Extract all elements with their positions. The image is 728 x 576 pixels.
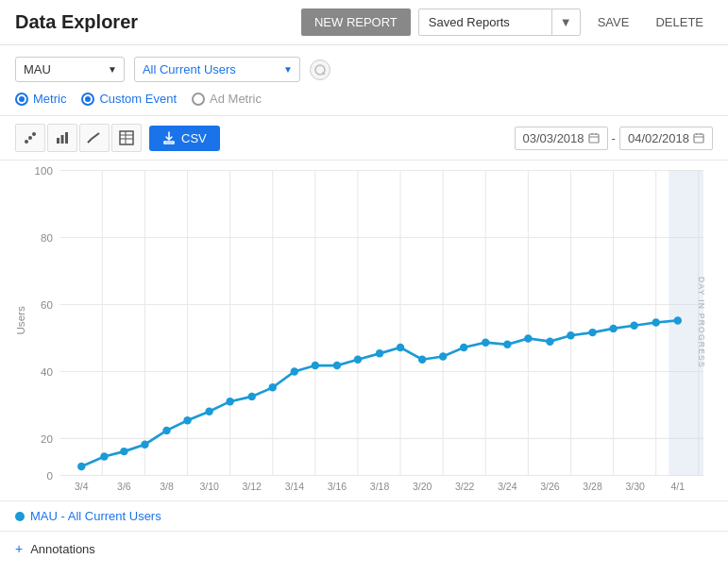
svg-text:0: 0 bbox=[46, 470, 52, 482]
svg-text:3/14: 3/14 bbox=[285, 481, 305, 492]
users-select-wrapper: All Current Users New Users ▼ bbox=[134, 57, 300, 82]
svg-point-74 bbox=[269, 383, 277, 391]
svg-point-88 bbox=[567, 331, 574, 339]
svg-point-71 bbox=[205, 408, 212, 415]
svg-text:3/8: 3/8 bbox=[160, 481, 174, 492]
svg-rect-7 bbox=[65, 132, 68, 144]
download-icon bbox=[162, 131, 176, 144]
svg-text:3/4: 3/4 bbox=[75, 481, 89, 492]
calendar-end-icon bbox=[693, 132, 704, 144]
svg-text:DAY IN PROGRESS: DAY IN PROGRESS bbox=[697, 277, 706, 368]
header-actions: NEW REPORT Saved Reports ▼ SAVE DELETE bbox=[301, 8, 713, 36]
chart-bar-button[interactable] bbox=[47, 124, 77, 152]
ad-metric-radio-label: Ad Metric bbox=[210, 92, 262, 106]
header: Data Explorer NEW REPORT Saved Reports ▼… bbox=[0, 0, 728, 45]
users-select[interactable]: All Current Users New Users bbox=[135, 58, 277, 81]
date-start-field[interactable]: 03/03/2018 bbox=[515, 127, 608, 150]
svg-point-77 bbox=[333, 362, 341, 369]
chart-line-button[interactable] bbox=[79, 124, 110, 152]
metric-radio[interactable]: Metric bbox=[15, 92, 66, 106]
svg-text:3/22: 3/22 bbox=[455, 481, 475, 492]
annotations-bar[interactable]: + Annotations bbox=[0, 531, 728, 566]
svg-point-78 bbox=[354, 355, 362, 363]
svg-point-80 bbox=[397, 344, 404, 351]
svg-text:3/16: 3/16 bbox=[328, 481, 347, 492]
ad-metric-radio[interactable]: Ad Metric bbox=[192, 92, 262, 106]
svg-text:3/24: 3/24 bbox=[498, 481, 517, 492]
users-select-chevron-icon: ▼ bbox=[277, 59, 299, 79]
delete-button[interactable]: DELETE bbox=[646, 8, 713, 36]
svg-point-66 bbox=[100, 452, 108, 460]
filter-circle-button[interactable] bbox=[310, 59, 330, 80]
chart-legend: MAU - All Current Users bbox=[0, 500, 728, 531]
svg-point-69 bbox=[162, 427, 170, 434]
svg-point-75 bbox=[291, 367, 298, 375]
svg-point-87 bbox=[546, 337, 553, 345]
metric-radio-label: Metric bbox=[33, 92, 66, 106]
csv-download-button[interactable]: CSV bbox=[149, 126, 220, 151]
svg-point-2 bbox=[25, 140, 28, 144]
saved-reports-select[interactable]: Saved Reports bbox=[419, 9, 551, 35]
toolbar-row: MAU DAU WAU ▼ All Current Users New User… bbox=[0, 45, 728, 82]
svg-text:3/26: 3/26 bbox=[540, 481, 560, 492]
svg-text:3/20: 3/20 bbox=[413, 481, 432, 492]
svg-point-76 bbox=[312, 362, 319, 369]
custom-event-radio-label: Custom Event bbox=[99, 92, 177, 106]
metric-select-wrapper: MAU DAU WAU ▼ bbox=[15, 57, 125, 82]
svg-rect-12 bbox=[589, 134, 599, 143]
svg-point-79 bbox=[376, 349, 383, 357]
date-separator: - bbox=[612, 131, 616, 145]
svg-text:100: 100 bbox=[35, 165, 53, 177]
save-button[interactable]: SAVE bbox=[588, 8, 639, 36]
svg-point-83 bbox=[460, 344, 467, 351]
metric-radio-dot bbox=[15, 93, 28, 106]
svg-point-93 bbox=[674, 316, 682, 324]
svg-point-82 bbox=[439, 352, 447, 360]
legend-color-dot bbox=[15, 512, 25, 521]
svg-rect-5 bbox=[57, 138, 59, 144]
app-container: Data Explorer NEW REPORT Saved Reports ▼… bbox=[0, 0, 728, 576]
annotations-plus-icon: + bbox=[15, 541, 23, 556]
date-end-field[interactable]: 04/02/2018 bbox=[619, 127, 713, 150]
svg-point-68 bbox=[141, 440, 148, 448]
svg-text:20: 20 bbox=[41, 433, 53, 445]
chart-svg: 100 80 60 40 20 0 Users 3/4 3/6 3/8 3/10… bbox=[15, 161, 728, 500]
svg-text:3/30: 3/30 bbox=[625, 481, 645, 492]
page-title: Data Explorer bbox=[15, 11, 301, 33]
saved-reports-wrapper: Saved Reports ▼ bbox=[418, 8, 581, 36]
svg-rect-16 bbox=[694, 134, 703, 143]
saved-reports-chevron-icon[interactable]: ▼ bbox=[551, 9, 580, 35]
date-range: 03/03/2018 - 04/02/2018 bbox=[515, 127, 714, 150]
svg-text:3/6: 3/6 bbox=[117, 481, 131, 492]
date-end-value: 04/02/2018 bbox=[628, 131, 689, 145]
svg-text:80: 80 bbox=[41, 232, 53, 244]
svg-point-92 bbox=[652, 318, 659, 326]
svg-text:4/1: 4/1 bbox=[670, 481, 685, 492]
chart-scatter-button[interactable] bbox=[15, 124, 45, 152]
svg-text:3/10: 3/10 bbox=[199, 481, 219, 492]
svg-point-90 bbox=[609, 325, 617, 332]
svg-rect-6 bbox=[61, 135, 64, 144]
svg-point-85 bbox=[503, 341, 511, 348]
metric-select[interactable]: MAU DAU WAU bbox=[16, 58, 101, 81]
annotations-label: Annotations bbox=[30, 542, 95, 556]
chart-toolbar: CSV 03/03/2018 - 04/02/2018 bbox=[0, 115, 728, 161]
svg-point-65 bbox=[77, 463, 85, 470]
svg-point-3 bbox=[28, 136, 32, 140]
svg-text:Users: Users bbox=[16, 306, 27, 335]
ad-metric-radio-dot bbox=[192, 93, 205, 106]
csv-label: CSV bbox=[181, 131, 207, 145]
svg-text:60: 60 bbox=[41, 299, 53, 311]
new-report-button[interactable]: NEW REPORT bbox=[301, 8, 411, 36]
svg-text:3/18: 3/18 bbox=[370, 481, 390, 492]
svg-text:3/12: 3/12 bbox=[243, 481, 262, 492]
svg-point-89 bbox=[588, 329, 596, 336]
custom-event-radio[interactable]: Custom Event bbox=[81, 92, 177, 106]
legend-label: MAU - All Current Users bbox=[30, 509, 161, 523]
svg-point-91 bbox=[630, 321, 637, 329]
chart-table-button[interactable] bbox=[111, 124, 142, 152]
custom-event-radio-dot bbox=[81, 93, 94, 106]
svg-point-81 bbox=[418, 355, 426, 363]
svg-point-70 bbox=[183, 416, 191, 424]
metric-select-chevron-icon: ▼ bbox=[101, 59, 124, 79]
